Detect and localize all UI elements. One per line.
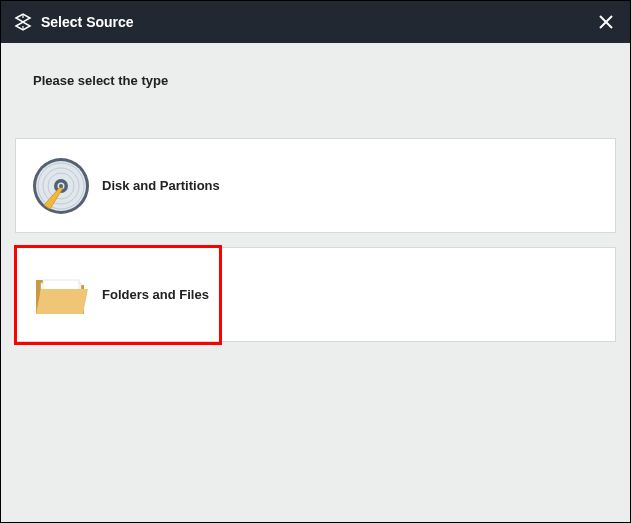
option-label: Folders and Files [102, 287, 209, 302]
close-button[interactable] [594, 10, 618, 34]
app-icon [13, 12, 33, 32]
option-disk-partitions[interactable]: Disk and Partitions [15, 138, 616, 233]
close-icon [597, 13, 615, 31]
titlebar-title: Select Source [41, 14, 594, 30]
option-label: Disk and Partitions [102, 178, 220, 193]
titlebar: Select Source [1, 1, 630, 43]
instruction-text: Please select the type [33, 73, 616, 88]
svg-point-9 [59, 184, 63, 188]
content-area: Please select the type Disk and Partitio… [1, 43, 630, 522]
option-folders-files[interactable]: Folders and Files [15, 247, 616, 342]
disk-icon [30, 155, 92, 217]
option-list: Disk and Partitions Folders and Files [15, 138, 616, 342]
folder-icon [30, 264, 92, 326]
